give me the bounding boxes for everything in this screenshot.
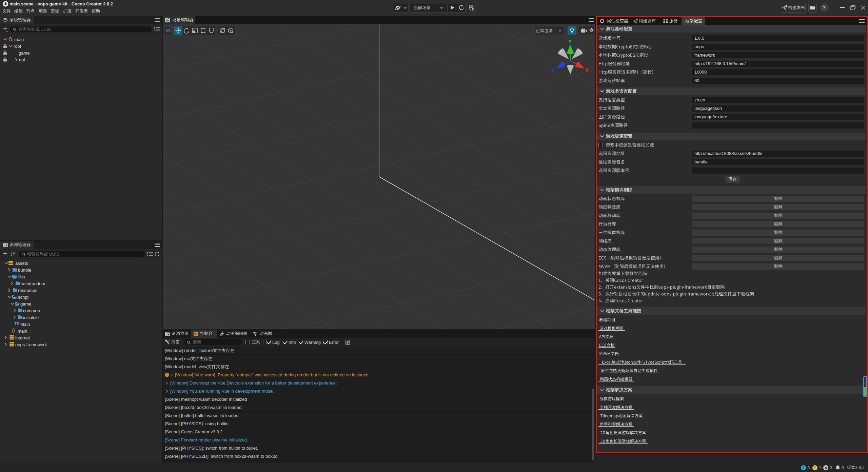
svg-text:X: X: [585, 67, 589, 73]
svg-text:Y: Y: [568, 38, 572, 44]
svg-text:Z: Z: [551, 67, 554, 73]
